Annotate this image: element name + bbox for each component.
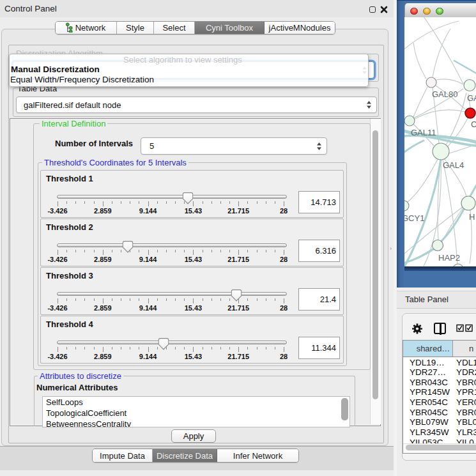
svg-text:GAL4: GAL4 xyxy=(443,160,464,170)
svg-text:GAL11: GAL11 xyxy=(411,128,436,137)
svg-text:GA: GA xyxy=(467,93,476,103)
svg-text:C: C xyxy=(471,119,476,129)
svg-text:GAL80: GAL80 xyxy=(432,89,457,99)
svg-text:HAP2: HAP2 xyxy=(438,253,460,263)
svg-text:GCY1: GCY1 xyxy=(404,213,424,223)
svg-text:H: H xyxy=(469,212,475,222)
